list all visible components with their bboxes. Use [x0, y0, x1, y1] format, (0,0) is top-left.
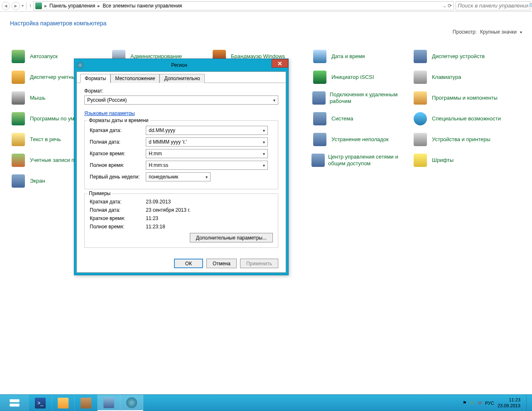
control-panel-icon [103, 397, 114, 408]
cp-item-iscsi[interactable]: Инициатор iSCSI [311, 68, 411, 86]
short-time-dropdown[interactable]: H:mm▾ [146, 149, 268, 158]
globe-icon [77, 62, 83, 68]
close-button[interactable]: ✕ [272, 59, 288, 68]
short-time-value: H:mm [149, 151, 162, 157]
svg-rect-0 [10, 399, 19, 402]
device-manager-icon [414, 50, 427, 63]
chevron-right-icon: ▸ [44, 3, 47, 9]
short-date-value: dd.MM.yyyy [149, 127, 175, 133]
chevron-down-icon[interactable]: ▾ [520, 30, 522, 34]
short-time-label: Краткое время: [90, 151, 146, 157]
display-icon [12, 174, 25, 188]
search-box[interactable]: 🔍 [456, 1, 530, 10]
ex-short-time-value: 11:23 [146, 215, 158, 221]
system-tray: ⚑ 🛡 ⊘ РУС 11:23 23.09.2013 [463, 395, 532, 411]
server-manager-icon [9, 397, 20, 409]
chevron-down-icon: ▾ [263, 128, 265, 133]
mouse-icon [12, 91, 25, 105]
ex-short-date-value: 23.09.2013 [146, 199, 171, 205]
task-region[interactable] [120, 395, 143, 411]
back-button[interactable]: ◄ [2, 2, 10, 10]
cp-label: Устройства и принтеры [432, 136, 490, 143]
cp-item-trouble[interactable]: Устранение неполадок [311, 130, 411, 149]
dialog-title-bar[interactable]: Регион ✕ [74, 59, 288, 71]
cp-item-datetime[interactable]: Дата и время [311, 47, 411, 66]
cp-label: Система [331, 115, 353, 122]
shield-icon[interactable]: 🛡 [470, 401, 475, 406]
cp-label: Программы и компоненты [432, 95, 498, 101]
long-date-dropdown[interactable]: d MMMM yyyy 'г.'▾ [146, 137, 268, 147]
addr-dropdown-icon[interactable]: ⌵ [443, 3, 446, 9]
explorer-icon [58, 398, 69, 409]
breadcrumb-2[interactable]: Все элементы панели управления [103, 3, 182, 9]
ex-long-time-label: Полное время: [90, 224, 146, 230]
address-bar[interactable]: ▸ Панель управления ▸ Все элементы панел… [33, 1, 454, 10]
cp-item-fonts[interactable]: Шрифты [412, 151, 512, 169]
view-selector-row: Просмотр: Крупные значки ▾ [10, 29, 522, 35]
dialog-buttons: ОК Отмена Применить [77, 255, 286, 268]
system-icon [313, 112, 326, 125]
apply-button[interactable]: Применить [240, 259, 278, 268]
first-day-value: понедельник [149, 174, 178, 180]
cp-item-access[interactable]: Специальные возможности [412, 110, 512, 128]
task-explorer[interactable] [52, 395, 75, 411]
short-date-label: Краткая дата: [90, 127, 146, 133]
format-value: Русский (Россия) [87, 97, 127, 103]
tab-formats[interactable]: Форматы [80, 74, 110, 83]
first-day-dropdown[interactable]: понедельник▾ [146, 172, 211, 181]
short-date-dropdown[interactable]: dd.MM.yyyy▾ [146, 126, 268, 135]
cp-item-rdp[interactable]: Подключения к удаленным рабочим [311, 89, 411, 107]
start-button[interactable] [0, 395, 29, 411]
cp-item-devmgr[interactable]: Диспетчер устройств [412, 47, 512, 66]
task-box[interactable] [75, 395, 98, 411]
format-dropdown[interactable]: Русский (Россия) ▾ [84, 95, 278, 105]
view-label: Просмотр: [453, 29, 477, 35]
taskbar: >_ ⚑ 🛡 ⊘ РУС 11:23 23.09.2013 [0, 394, 532, 411]
clock-icon [313, 50, 326, 63]
cp-item-keyboard[interactable]: Клавиатура [412, 68, 512, 86]
tts-icon [12, 133, 25, 146]
cp-label: Текст в речь [30, 136, 61, 143]
format-label: Формат: [84, 88, 278, 94]
cp-item-network[interactable]: Центр управления сетями и общим доступом [311, 151, 411, 169]
search-icon[interactable]: 🔍 [528, 3, 532, 9]
show-desktop-button[interactable] [526, 395, 530, 411]
recent-dropdown-icon[interactable]: ▾ [22, 3, 24, 8]
cancel-button[interactable]: Отмена [206, 259, 237, 268]
language-link[interactable]: Языковые параметры [84, 110, 135, 116]
defaults-icon [12, 112, 25, 125]
keyboard-icon [414, 71, 427, 84]
datetime-fieldset: Форматы даты и времени Краткая дата:dd.M… [84, 120, 278, 189]
ex-long-time-value: 11:23:18 [146, 224, 165, 230]
tab-additional[interactable]: Дополнительно [159, 74, 204, 83]
chevron-down-icon: ▾ [263, 140, 265, 144]
additional-params-button[interactable]: Дополнительные параметры... [190, 233, 273, 242]
tabs-row: Форматы Местоположение Дополнительно [77, 72, 286, 83]
tray-time: 11:23 [498, 397, 520, 403]
flag-icon[interactable]: ⚑ [463, 400, 467, 406]
ok-button[interactable]: ОК [174, 259, 203, 268]
explorer-nav-bar: ◄ ► ▾ ↑ ▸ Панель управления ▸ Все элемен… [0, 0, 532, 12]
long-time-dropdown[interactable]: H:mm:ss▾ [146, 161, 268, 170]
network-icon [311, 154, 325, 167]
breadcrumb-1[interactable]: Панель управления [49, 3, 95, 9]
examples-fieldset: Примеры Краткая дата:23.09.2013 Полная д… [84, 193, 278, 248]
cp-item-system[interactable]: Система [311, 110, 411, 128]
search-input[interactable] [458, 2, 528, 9]
region-dialog: Регион ✕ Форматы Местоположение Дополнит… [74, 59, 289, 275]
task-control-panel[interactable] [98, 395, 120, 411]
up-button[interactable]: ↑ [29, 3, 32, 9]
cp-item-printers[interactable]: Устройства и принтеры [412, 130, 512, 149]
tab-location[interactable]: Местоположение [110, 74, 159, 83]
refresh-icon[interactable]: ⟳ [448, 3, 452, 9]
box-icon [81, 398, 91, 409]
task-powershell[interactable]: >_ [29, 395, 52, 411]
network-status-icon[interactable]: ⊘ [478, 400, 482, 406]
ex-short-date-label: Краткая дата: [90, 199, 146, 205]
lang-indicator[interactable]: РУС [485, 401, 494, 406]
view-value[interactable]: Крупные значки [480, 29, 517, 35]
clock-tray[interactable]: 11:23 23.09.2013 [498, 397, 523, 408]
cp-item-programs[interactable]: Программы и компоненты [412, 89, 512, 107]
ex-long-date-value: 23 сентября 2013 г. [146, 207, 191, 213]
forward-button[interactable]: ► [12, 2, 20, 10]
